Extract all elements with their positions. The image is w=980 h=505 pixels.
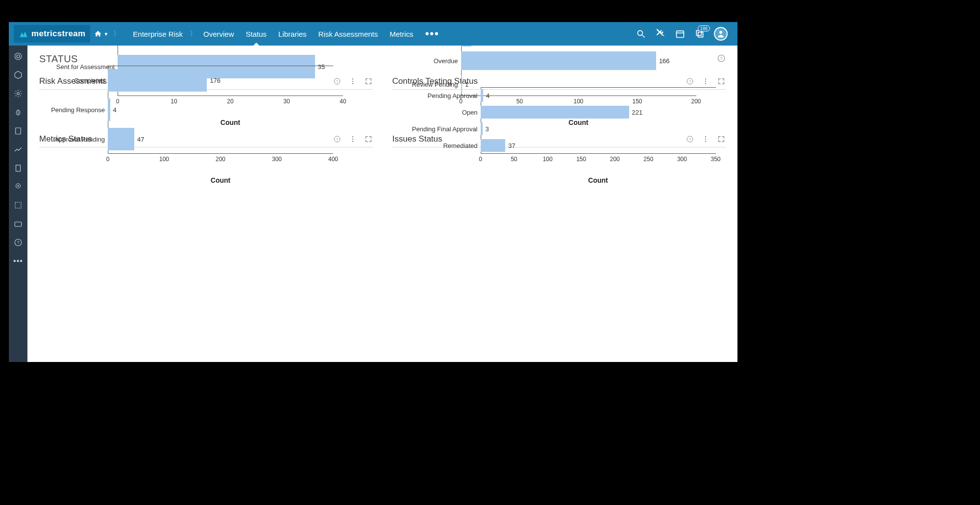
breadcrumb-item[interactable]: Risk Assessments (313, 22, 384, 46)
dashed-box-icon (14, 201, 23, 210)
chart-value-label: 4 (110, 106, 117, 114)
chart-xlabel: Count (108, 168, 333, 184)
brand-logo[interactable]: metricstream (14, 25, 90, 43)
chart-bar-row: Overdue 166 (392, 49, 726, 72)
chevron-right-icon: 〉 (112, 29, 121, 38)
chart-value-label: 221 (629, 109, 643, 116)
brand-name: metricstream (31, 29, 85, 39)
svg-rect-17 (15, 222, 22, 226)
chart-bar[interactable] (481, 106, 629, 119)
svg-point-15 (18, 185, 19, 187)
breadcrumb-item[interactable]: Overview (197, 22, 240, 46)
chart-bar-row: Pending Final Approval 3 (392, 120, 726, 137)
notification-badge: 186 (698, 25, 710, 31)
chart-bar-track: 166 (461, 51, 696, 70)
breadcrumb-item[interactable]: Libraries (272, 22, 313, 46)
card-icon (14, 219, 23, 228)
sidebar-item-8[interactable] (13, 182, 23, 192)
chart-bar-row: Completed 176 (39, 66, 373, 95)
breadcrumb-item[interactable]: Metrics (384, 22, 419, 46)
chart-tick-label: 200 (610, 156, 620, 163)
sidebar-item-6[interactable] (13, 144, 23, 154)
top-bar: metricstream ▼ 〉 Enterprise Risk〉Overvie… (9, 22, 737, 46)
chart-tick-label: 200 (216, 156, 225, 163)
chart-tick-label: 100 (159, 156, 169, 163)
svg-point-6 (719, 31, 722, 34)
chart-value-label: 47 (134, 136, 144, 143)
search-button[interactable] (636, 28, 646, 39)
svg-point-8 (17, 55, 20, 58)
chart-bars: Completed 176 Pending Response 4 Approva… (39, 66, 373, 154)
chart-bar[interactable] (108, 69, 207, 92)
svg-rect-13 (16, 165, 21, 171)
breadcrumb-item[interactable]: Enterprise Risk (127, 22, 189, 46)
main-content: STATUS ? Risk Assessments Status ? (27, 46, 737, 362)
sidebar-item-2[interactable] (13, 70, 23, 80)
more-dots-icon: ••• (13, 257, 23, 265)
chart-bar[interactable] (108, 128, 134, 150)
home-button[interactable]: ▼ (90, 30, 112, 38)
user-avatar[interactable] (714, 27, 728, 41)
location-icon (14, 182, 23, 191)
chart-tick-label: 300 (677, 156, 687, 163)
svg-rect-16 (15, 202, 21, 208)
chart-bar-track: 37 (481, 139, 716, 152)
chart-tick-label: 0 (479, 156, 482, 163)
chart-bar-row: Pending Response 4 (39, 95, 373, 124)
cube-icon (14, 71, 23, 79)
chart-category-label: Completed (39, 77, 108, 84)
chart-bar-track: 3 (481, 122, 716, 135)
chart-bar[interactable] (461, 51, 656, 70)
chart: Completed 176 Pending Response 4 Approva… (39, 153, 373, 184)
chart-bar-track: 4 (108, 98, 333, 121)
chart-bar-row: Approval Pending 47 (39, 124, 373, 154)
chart-category-label: Pending Response (39, 106, 108, 114)
chart-bar[interactable] (481, 139, 506, 152)
brand-logo-icon (19, 29, 28, 39)
sidebar-item-7[interactable] (13, 163, 23, 173)
svg-point-7 (15, 53, 22, 60)
sidebar-item-help[interactable]: ? (13, 238, 23, 247)
svg-text:?: ? (17, 240, 20, 245)
chart-tick-label: 100 (543, 156, 553, 163)
left-sidebar: ? ••• (9, 46, 27, 362)
chart-value-label: 37 (505, 142, 515, 149)
notifications-button[interactable]: 186 (694, 28, 705, 39)
sidebar-item-4[interactable] (13, 107, 23, 117)
chart-bar-row: Remediated 37 (392, 137, 726, 154)
chart-bar-track: 47 (108, 128, 333, 150)
search-icon (636, 29, 646, 39)
breadcrumb-nav: Enterprise Risk〉OverviewStatusLibrariesR… (127, 22, 419, 46)
chart-bar[interactable] (461, 46, 472, 47)
home-icon (94, 30, 102, 38)
sidebar-item-3[interactable] (13, 89, 23, 98)
chart-bar-row: Pending Approval 4 (392, 87, 726, 104)
app-window: metricstream ▼ 〉 Enterprise Risk〉Overvie… (9, 22, 737, 362)
breadcrumb-item[interactable]: Status (240, 22, 273, 46)
building-icon (14, 164, 23, 172)
chart-value-label: 166 (656, 57, 670, 65)
calendar-icon (675, 29, 685, 39)
sidebar-item-more[interactable]: ••• (13, 256, 23, 266)
chart-tick-label: 400 (328, 156, 338, 163)
chart-category-label: Pending Final Approval (392, 125, 481, 133)
sidebar-item-9[interactable] (13, 200, 23, 210)
svg-rect-5 (698, 32, 703, 37)
chart-category-label: Remediated (392, 142, 481, 149)
sidebar-item-5[interactable] (13, 126, 23, 136)
chart-category-label: Approval Pending (39, 136, 108, 143)
sidebar-item-1[interactable] (13, 51, 23, 61)
chart-bar-row: In-Progress 9 (392, 46, 726, 49)
chart-line-icon (14, 145, 23, 154)
tools-button[interactable] (655, 28, 666, 39)
more-nav-button[interactable]: ••• (419, 27, 445, 40)
top-actions: 186 (636, 27, 733, 41)
sidebar-item-10[interactable] (13, 219, 23, 229)
calendar-button[interactable] (675, 28, 686, 39)
chart-category-label: Open (392, 109, 481, 116)
chart-tick-label: 250 (643, 156, 653, 163)
chart-bar-track: 4 (481, 89, 716, 102)
svg-line-1 (642, 35, 645, 38)
chart-value-label: 3 (483, 125, 489, 133)
clipboard-icon (14, 126, 23, 135)
